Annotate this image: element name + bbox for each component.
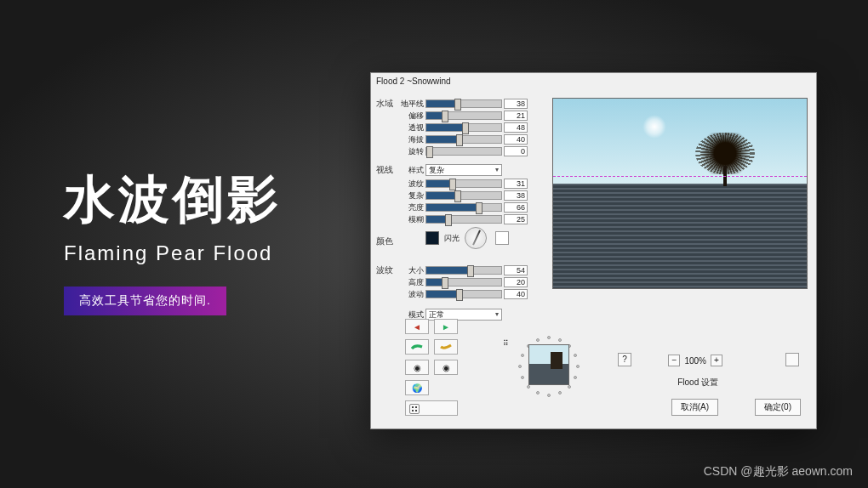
help-button[interactable]: ? (618, 353, 631, 366)
preset-prev-button[interactable]: ◄ (405, 319, 429, 334)
variation-dot[interactable] (568, 385, 571, 389)
row-waviness: 波纹31 (398, 178, 528, 190)
checkbox-glare[interactable] (495, 231, 509, 245)
variation-dot[interactable] (536, 391, 540, 394)
variation-dot[interactable] (576, 365, 580, 368)
direction-compass[interactable] (465, 227, 487, 249)
flood-dialog: Flood 2 ~Snowwind 水域 地平线38 偏移21 透视48 海拔4… (370, 72, 817, 429)
horizon-line-icon[interactable] (553, 176, 807, 177)
slider-blur[interactable] (425, 215, 502, 224)
value-perspective[interactable]: 48 (504, 122, 528, 133)
web-button[interactable]: 🌍 (405, 380, 429, 395)
section-ripple: 波纹 (376, 264, 393, 276)
row-undulation: 波动40 (398, 288, 528, 300)
randomize-button[interactable] (405, 400, 458, 416)
hero-title-cn: 水波倒影 (64, 166, 282, 235)
row-height: 高度20 (398, 276, 528, 288)
disk-load-button[interactable]: ◉ (405, 360, 429, 375)
row-color: 闪光 (398, 232, 509, 244)
variation-dot[interactable] (518, 365, 522, 368)
zoom-in-button[interactable]: + (711, 355, 722, 366)
row-altitude: 海拔40 (398, 133, 528, 145)
row-horizon: 地平线38 (398, 98, 528, 110)
variation-ring: ⠿ (503, 336, 605, 412)
dialog-title: Flood 2 ~Snowwind (371, 73, 816, 89)
save-preset-button[interactable] (434, 339, 458, 355)
preset-next-button[interactable]: ► (434, 319, 458, 334)
row-offset: 偏移21 (398, 110, 528, 122)
slider-altitude[interactable] (425, 135, 502, 144)
auto-preview-button[interactable] (785, 353, 799, 366)
color-swatch[interactable] (425, 231, 439, 245)
variation-dot[interactable] (558, 391, 562, 394)
preset-tools: ◄ ► ◉ ◉ 🌍 (405, 319, 458, 416)
value-waviness[interactable]: 31 (504, 179, 528, 189)
variation-dot[interactable] (574, 376, 577, 379)
value-size[interactable]: 54 (504, 265, 528, 275)
section-water: 水域 (376, 98, 393, 110)
zoom-control: − 100% + (668, 355, 722, 366)
variation-dot[interactable] (574, 354, 577, 357)
slider-offset[interactable] (425, 111, 502, 120)
disk-save-button[interactable]: ◉ (434, 360, 458, 375)
value-rotation[interactable]: 0 (504, 146, 528, 156)
row-perspective: 透视48 (398, 122, 528, 133)
slider-complexity[interactable] (425, 191, 502, 200)
row-rotation: 旋转0 (398, 145, 528, 157)
variation-dot[interactable] (521, 354, 524, 357)
variation-dot[interactable] (547, 394, 551, 397)
zoom-value: 100% (682, 356, 709, 366)
value-blur[interactable]: 25 (504, 214, 528, 224)
hero-tagline: 高效工具节省您的时间. (64, 287, 226, 315)
hero-title-en: Flaming Pear Flood (64, 241, 282, 265)
slider-size[interactable] (425, 266, 502, 275)
preview-water (553, 184, 807, 288)
value-brightness[interactable]: 66 (504, 202, 528, 213)
row-style: 样式复杂 (398, 164, 502, 176)
variation-dot[interactable] (547, 336, 551, 339)
slider-horizon[interactable] (425, 99, 502, 108)
section-color: 颜色 (376, 235, 393, 247)
disk-icon: ◉ (443, 363, 450, 372)
slider-rotation[interactable] (425, 147, 502, 156)
settings-label: Flood 设置 (677, 377, 718, 389)
value-offset[interactable]: 21 (504, 111, 528, 121)
value-height[interactable]: 20 (504, 277, 528, 287)
variation-thumbnail[interactable] (528, 344, 569, 385)
watermark-text: CSDN @趣光影 aeown.com (704, 464, 853, 479)
slider-perspective[interactable] (425, 123, 502, 132)
zoom-out-button[interactable]: − (668, 355, 680, 366)
value-altitude[interactable]: 40 (504, 134, 528, 145)
combo-style[interactable]: 复杂 (425, 164, 502, 176)
variation-dot[interactable] (536, 338, 540, 342)
variation-dot[interactable] (527, 385, 530, 389)
slider-height[interactable] (425, 278, 502, 287)
row-brightness: 亮度66 (398, 201, 528, 213)
preview-sky (553, 99, 807, 184)
preview-tree (695, 133, 755, 192)
slider-waviness[interactable] (425, 179, 502, 188)
preview-sun (642, 114, 667, 139)
ok-button[interactable]: 确定(0) (755, 399, 801, 416)
load-preset-button[interactable] (405, 339, 429, 355)
flash-label: 闪光 (444, 233, 460, 244)
variation-dot[interactable] (558, 338, 562, 342)
preview-canvas[interactable] (552, 98, 808, 289)
slider-undulation[interactable] (425, 290, 502, 298)
disk-icon: ◉ (414, 363, 421, 372)
cancel-button[interactable]: 取消(A) (671, 399, 718, 416)
globe-icon: 🌍 (412, 383, 422, 393)
value-undulation[interactable]: 40 (504, 289, 528, 299)
value-complexity[interactable]: 38 (504, 190, 528, 201)
section-view: 视线 (376, 164, 393, 176)
variation-dot[interactable] (521, 376, 524, 379)
value-horizon[interactable]: 38 (504, 99, 528, 109)
hero-panel: 水波倒影 Flaming Pear Flood 高效工具节省您的时间. (64, 166, 282, 315)
row-blur: 模糊25 (398, 213, 528, 225)
row-complexity: 复杂38 (398, 190, 528, 201)
slider-brightness[interactable] (425, 203, 502, 212)
row-size: 大小54 (398, 264, 528, 276)
drag-handle-icon[interactable]: ⠿ (503, 339, 509, 348)
